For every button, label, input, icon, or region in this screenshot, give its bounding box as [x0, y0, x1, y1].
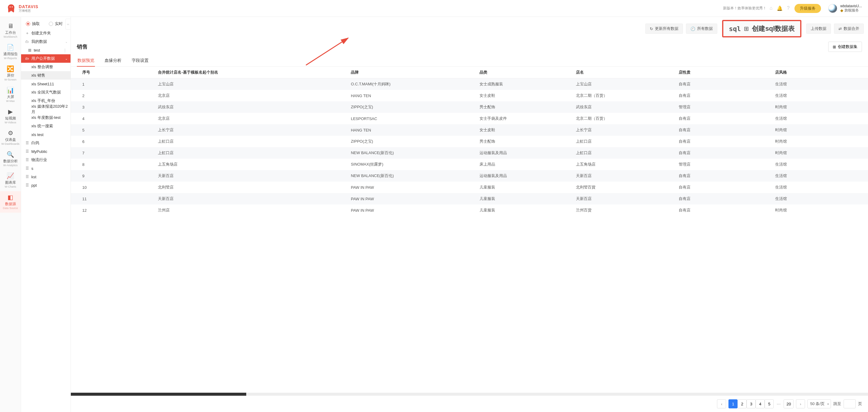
rail-icon: 🔍 — [0, 151, 21, 157]
page-1[interactable]: 1 — [728, 399, 738, 408]
rail-item-w-reports[interactable]: 📄通用报告W-Reports — [0, 41, 21, 63]
logo[interactable]: DATAVIS 万博维思 — [6, 3, 38, 13]
tree-item[interactable]: xls 媒体报道2020年2月 — [21, 105, 70, 113]
tree-item[interactable]: ☰MyPublic — [21, 147, 70, 156]
doc-icon: ☰ — [25, 166, 30, 170]
refresh-all-button[interactable]: ↻更新所有数据 — [645, 24, 683, 34]
nav-rail: 🖥工作台Workbench📄通用报告W-Reports🔀屏控W-Screen📊大… — [0, 17, 21, 412]
page-prev[interactable]: ‹ — [717, 399, 726, 408]
version-notice: 新版本！效率体验更优秀！ — [723, 6, 767, 11]
user-menu[interactable]: wbdatavisU... ◆旗舰服务 — [828, 4, 862, 13]
page-next[interactable]: › — [796, 399, 805, 408]
tree-item[interactable]: xls 销售 — [21, 71, 70, 80]
table-wrap[interactable]: 序号合并统计店名-基于模板名起个别名品牌品类店名店性质店风格 1上宝山店O.C.… — [71, 67, 868, 393]
logo-text-cn: 万博维思 — [19, 9, 38, 12]
table-row[interactable]: 10北利莹店PAW IN PAW儿童服装北利莹百貨自有店生活馆 — [71, 182, 868, 193]
more-icon[interactable]: ⋮ — [63, 48, 67, 53]
page-2[interactable]: 2 — [738, 399, 747, 408]
merge-button[interactable]: ⇄数据合并 — [834, 24, 864, 34]
rail-item-w-screen[interactable]: 🔀屏控W-Screen — [0, 63, 21, 84]
username: wbdatavisU... — [840, 4, 862, 8]
chevron-down-icon: ⌄ — [65, 57, 67, 60]
logo-text-en: DATAVIS — [19, 4, 38, 9]
rail-icon: 🔀 — [0, 66, 21, 72]
rail-item-w-dashboards[interactable]: ⚙仪表盘W-Dashboards — [0, 127, 21, 148]
plan-icon: ◆ — [840, 8, 843, 13]
page-5[interactable]: 5 — [765, 399, 774, 408]
page-size-select[interactable]: 50 条/页 — [807, 399, 831, 408]
tree-item[interactable]: ☰物流行业 — [21, 156, 70, 164]
table-row[interactable]: 3武徐东店ZIPPO(之宝)男士配饰武徐东店管理店时尚馆 — [71, 101, 868, 113]
tab-fields[interactable]: 字段设置 — [131, 55, 149, 66]
column-header[interactable]: 序号 — [71, 67, 154, 79]
mode-extract-radio[interactable]: 抽取 — [26, 21, 40, 27]
data-table: 序号合并统计店名-基于模板名起个别名品牌品类店名店性质店风格 1上宝山店O.C.… — [71, 67, 868, 216]
rail-item-w-max[interactable]: 📊大屏W-Max — [0, 84, 21, 106]
page-jump-input[interactable] — [844, 399, 856, 408]
collapse-handle[interactable]: ‹‹ — [65, 19, 71, 30]
table-row[interactable]: 9天新百店NEW BALANCE(新百伦)运动服装及用品天新百店自有店生活馆 — [71, 170, 868, 182]
create-folder[interactable]: ＋创建文件夹 — [21, 29, 70, 37]
tree-item-test[interactable]: ▦test⋮ — [21, 46, 70, 54]
column-header[interactable]: 店风格 — [772, 67, 868, 79]
tree-item[interactable]: xls 整合调整 — [21, 63, 70, 71]
table-row[interactable]: 11天新百店PAW IN PAW儿童服装天新百店自有店生活馆 — [71, 193, 868, 205]
content: ↻更新所有数据 🕘所有数据 sql ⊞ 创建sql数据表 上传数据 ⇄数据合并 … — [71, 17, 868, 412]
logo-icon — [6, 3, 16, 13]
bell-icon[interactable]: 🔔 — [777, 5, 783, 11]
column-header[interactable]: 品类 — [476, 67, 572, 79]
table-row[interactable]: 8上五角场店SINOMAX(丝露梦)床上用品上五角场店管理店生活馆 — [71, 159, 868, 170]
rail-item-workbench[interactable]: 🖥工作台Workbench — [0, 20, 21, 41]
column-header[interactable]: 店性质 — [675, 67, 772, 79]
tree-item[interactable]: xls test — [21, 130, 70, 139]
folder-public-data[interactable]: 🗁用户公开数据⌄ — [21, 54, 70, 63]
avatar — [828, 4, 837, 13]
table-row[interactable]: 5上长宁店HANG TEN女士皮鞋上长宁店自有店时尚馆 — [71, 124, 868, 136]
rail-item-w-videos[interactable]: ▶短视频W-Videos — [0, 106, 21, 127]
table-row[interactable]: 6上虹口店ZIPPO(之宝)男士配饰上虹口店自有店时尚馆 — [71, 136, 868, 147]
mode-realtime-radio[interactable]: 实时 — [49, 21, 63, 27]
page-ellipsis: ⋯ — [776, 402, 781, 406]
tree-item[interactable]: ☰ppt — [21, 181, 70, 189]
all-data-button[interactable]: 🕘所有数据 — [686, 24, 717, 34]
table-row[interactable]: 7上虹口店NEW BALANCE(新百伦)运动服装及用品上虹口店自有店时尚馆 — [71, 147, 868, 159]
column-header[interactable]: 店名 — [572, 67, 675, 79]
rail-icon: ◧ — [0, 194, 21, 200]
tab-preview[interactable]: 数据预览 — [77, 55, 95, 66]
add-table-icon: ⊞ — [744, 25, 749, 32]
upload-button[interactable]: 上传数据 — [806, 24, 831, 34]
create-dataset-button[interactable]: ⊞创建数据集 — [828, 41, 862, 52]
table-row[interactable]: 1上宝山店O.C.T.MAMI(十月妈咪)女士成熟服装上宝山店自有店生活馆 — [71, 79, 868, 90]
help-icon[interactable]: ? — [787, 5, 789, 11]
page-last[interactable]: 20 — [784, 399, 794, 408]
h-scrollbar[interactable] — [71, 393, 868, 396]
toolbar: ↻更新所有数据 🕘所有数据 sql ⊞ 创建sql数据表 上传数据 ⇄数据合并 — [71, 17, 868, 40]
tree-item[interactable]: xls 全国天气数据 — [21, 88, 70, 96]
column-header[interactable]: 合并统计店名-基于模板名起个别名 — [154, 67, 347, 79]
h-scrollbar-thumb[interactable] — [71, 393, 246, 396]
upgrade-button[interactable]: 升级服务 — [795, 4, 821, 13]
table-row[interactable]: 2北京店HANG TEN女士皮鞋北京二期（百货）自有店生活馆 — [71, 90, 868, 101]
tree-item[interactable]: xls Sheet111 — [21, 80, 70, 88]
page-4[interactable]: 4 — [755, 399, 765, 408]
svg-point-0 — [10, 6, 10, 7]
tree-panel: ‹‹ 抽取 实时 ＋创建文件夹 🗀我的数据⌄ ▦test⋮ 🗁用户公开数据⌄ x… — [21, 17, 71, 412]
tree-item[interactable]: ☰白鸽 — [21, 139, 70, 147]
doc-icon: ☰ — [25, 175, 30, 179]
folder-my-data[interactable]: 🗀我的数据⌄ — [21, 37, 70, 46]
column-header[interactable]: 品牌 — [347, 67, 476, 79]
tree-item[interactable]: xls 年度数据-test — [21, 113, 70, 122]
table-row[interactable]: 12兰州店PAW IN PAW儿童服装兰州百货自有店时尚馆 — [71, 205, 868, 216]
home-icon[interactable]: ⌂ — [770, 5, 772, 11]
rail-item-data source[interactable]: ◧数据源Data Source — [0, 191, 21, 213]
tree-item[interactable]: xls 统一搜索 — [21, 122, 70, 130]
page-3[interactable]: 3 — [747, 399, 755, 408]
callout-create-sql: sql ⊞ 创建sql数据表 — [722, 20, 801, 37]
plus-icon: ＋ — [25, 30, 30, 36]
tab-lineage[interactable]: 血缘分析 — [104, 55, 122, 66]
tree-item[interactable]: ☰kst — [21, 173, 70, 181]
rail-item-w-analytics[interactable]: 🔍数据分析W-Analytics — [0, 148, 21, 170]
tree-item[interactable]: ☰s — [21, 164, 70, 173]
rail-item-w-charts[interactable]: 📈图表库W-Charts — [0, 170, 21, 191]
table-row[interactable]: 4北京店LESPORTSAC女士手袋及皮件北京二期（百货）自有店生活馆 — [71, 113, 868, 124]
